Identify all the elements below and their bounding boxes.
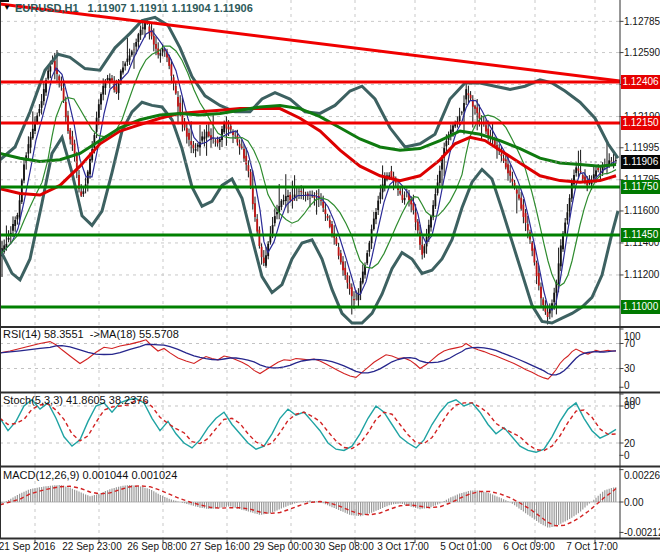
price-axis-label: 1.11200 [624, 268, 659, 281]
price-tag-green: 1.11450 [621, 228, 660, 242]
window-corner-mark [0, 0, 9, 2]
price-axis-label: 1.12590 [624, 46, 660, 59]
stoch-axis-label: 80 [624, 399, 635, 412]
price-tag-green: 1.11750 [621, 180, 660, 194]
time-axis-label: 7 Oct 17:00 [566, 541, 618, 552]
trading-chart-window: ▼ EURUSD,H11.11907 1.11911 1.11904 1.119… [0, 0, 660, 560]
price-tag-red: 1.12150 [621, 116, 660, 130]
symbol-dropdown-icon[interactable]: ▼ [3, 3, 11, 12]
price-tag-black: 1.11906 [621, 155, 660, 169]
macd-axis-label: 0.002266 [624, 469, 660, 482]
time-axis-label: 22 Sep 23:00 [62, 541, 122, 552]
main-panel[interactable] [0, 0, 620, 327]
time-axis-label: 21 Sep 2016 [0, 541, 55, 552]
macd-header: MACD(12,26,9) 0.001044 0.001024 [3, 469, 177, 481]
time-axis-label: 26 Sep 08:00 [127, 541, 187, 552]
time-axis-label: 27 Sep 16:00 [190, 541, 250, 552]
rsi-axis-label: 70 [624, 337, 635, 350]
price-axis-label: 1.11995 [624, 141, 659, 154]
macd-axis-label: -0.002128 [624, 526, 660, 539]
chart-title: EURUSD,H11.11907 1.11911 1.11904 1.11906 [15, 2, 253, 14]
time-axis-label: 30 Sep 08:00 [314, 541, 374, 552]
ohlc-quote-label: 1.11907 1.11911 1.11904 1.11906 [88, 2, 253, 14]
price-axis-label: 1.11600 [624, 204, 659, 217]
rsi-header: RSI(14) 58.3551 ->MA(18) 55.5708 [3, 328, 179, 340]
time-axis-label: 29 Sep 00:00 [253, 541, 313, 552]
price-axis-label: 1.12785 [624, 15, 660, 28]
stoch-axis-label: 20 [624, 437, 635, 450]
time-axis-label: 6 Oct 09:00 [503, 541, 555, 552]
price-tag-green: 1.11000 [621, 300, 660, 314]
stoch-axis-label: 0 [624, 449, 630, 462]
time-axis-label: 5 Oct 01:00 [440, 541, 492, 552]
stoch-header: Stoch(5,3,3) 41.8605 38.2376 [3, 394, 149, 406]
rsi-axis-label: 0 [624, 379, 630, 392]
price-tag-red: 1.12406 [621, 75, 660, 89]
symbol-period-label: EURUSD,H1 [15, 2, 79, 14]
time-axis-label: 3 Oct 17:00 [377, 541, 429, 552]
rsi-axis-label: 30 [624, 362, 635, 375]
macd-axis-label: 0.00 [624, 496, 643, 509]
